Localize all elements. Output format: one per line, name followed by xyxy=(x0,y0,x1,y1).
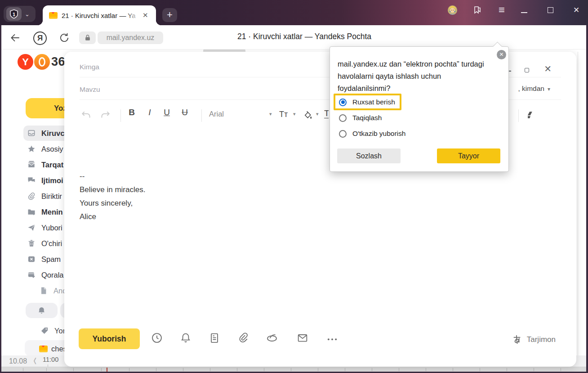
protocol-permission-dialog: ✕ mail.yandex.uz dan “elektron pochta” t… xyxy=(330,46,509,172)
refresh-button[interactable] xyxy=(58,32,70,44)
font-size-chevron-icon[interactable]: ▾ xyxy=(293,111,296,117)
sidebar-item-trash[interactable]: O'chiri xyxy=(23,236,62,251)
envelope-icon xyxy=(296,332,309,344)
send-button[interactable]: Yuborish xyxy=(79,328,140,349)
page-title: 21 · Kiruvchi xatlar — Yandeks Pochta xyxy=(204,32,405,41)
body-line[interactable]: Believe in miracles. xyxy=(80,183,145,197)
sidebar-item-drafts[interactable]: Qorala xyxy=(23,267,64,283)
window-minimize-button[interactable] xyxy=(520,0,529,20)
sidebar-item-my-folders[interactable]: Menin xyxy=(23,204,63,220)
attach-from-disk-button[interactable] xyxy=(266,332,279,345)
schedule-send-button[interactable] xyxy=(151,332,164,345)
sidebar-item-sent[interactable]: Yubori xyxy=(23,220,62,235)
sidebar-item-template[interactable]: And xyxy=(36,283,67,298)
font-family-chevron-icon[interactable]: ▾ xyxy=(269,111,272,117)
dialog-done-button[interactable]: Tayyor xyxy=(437,148,500,163)
sidebar-item-labels[interactable]: Yorl xyxy=(36,323,67,338)
bold-button[interactable]: B xyxy=(125,108,138,117)
yandex-mail-logo-y[interactable]: Y xyxy=(18,54,33,70)
translator-button[interactable]: Tarjimon xyxy=(512,334,556,345)
dialog-message: mail.yandex.uz dan “elektron pochta” tur… xyxy=(338,58,494,94)
timeline-current-marker xyxy=(107,368,107,372)
yandex-mail-logo-o-icon xyxy=(34,54,50,70)
body-line[interactable]: Alice xyxy=(80,210,96,224)
svg-text:1: 1 xyxy=(13,12,15,17)
browser-menu-icon[interactable]: ≡ xyxy=(496,0,507,20)
radio-option-block[interactable]: Taqiqlash xyxy=(339,112,382,123)
annotation-highlight-box xyxy=(334,94,401,110)
sidebar-item-social[interactable]: Ijtimoi xyxy=(23,173,63,188)
compose-expand-button[interactable] xyxy=(525,68,529,72)
document-icon xyxy=(39,286,48,295)
folder-icon xyxy=(27,207,36,216)
active-tab[interactable]: 21 · Kiruvchi xatlar — Ya ✕ xyxy=(43,5,156,25)
radio-icon[interactable] xyxy=(339,130,347,138)
font-family-select[interactable]: Arial xyxy=(209,110,224,118)
compose-close-button[interactable]: ✕ xyxy=(544,63,552,74)
new-tab-button[interactable]: + xyxy=(162,8,177,22)
back-button[interactable] xyxy=(9,32,21,44)
reminder-button[interactable] xyxy=(179,332,193,345)
redo-icon xyxy=(99,109,111,121)
dialog-close-button[interactable]: ✕ xyxy=(497,50,506,59)
font-size-select[interactable]: Tт xyxy=(279,110,288,119)
radio-option-skip[interactable]: O'tkazib yuborish xyxy=(339,128,405,139)
postcards-button[interactable] xyxy=(296,332,310,345)
fill-color-button[interactable] xyxy=(303,110,313,120)
redo-button[interactable] xyxy=(99,109,111,121)
strikethrough-button[interactable]: U xyxy=(178,108,192,117)
address-bar[interactable]: mail.yandex.uz xyxy=(98,31,163,44)
yandex-disk-icon xyxy=(266,332,278,344)
tag-icon xyxy=(40,326,49,335)
timeline-back-chevron-icon[interactable]: ❬ xyxy=(32,357,38,364)
templates-button[interactable] xyxy=(208,332,222,345)
timeline-scale[interactable] xyxy=(1,367,586,372)
tab-counter[interactable]: 1 ⌄ xyxy=(4,6,36,22)
tab-title: 21 · Kiruvchi xatlar — Ya xyxy=(62,12,142,19)
body-line[interactable]: Yours sincerely, xyxy=(80,197,133,210)
undo-button[interactable] xyxy=(80,109,92,121)
tab-bar: 1 ⌄ 21 · Kiruvchi xatlar — Ya ✕ + xyxy=(0,0,588,25)
radio-icon[interactable] xyxy=(339,114,347,122)
text-color-button[interactable]: T xyxy=(324,108,329,118)
page-scrollbar[interactable] xyxy=(578,52,578,355)
tab-counter-chevron-icon[interactable]: ⌄ xyxy=(22,11,33,18)
sidebar-item-attachments[interactable]: Biriktir xyxy=(23,189,62,204)
bookmarks-collections-icon[interactable] xyxy=(471,0,484,20)
window-close-button[interactable]: ✕ xyxy=(572,0,581,20)
clear-formatting-button[interactable] xyxy=(526,110,536,120)
fill-color-chevron-icon[interactable]: ▾ xyxy=(316,111,319,117)
more-options-button[interactable] xyxy=(326,335,339,349)
tab-close-icon[interactable]: ✕ xyxy=(143,11,148,19)
dialog-settings-button[interactable]: Sozlash xyxy=(337,148,401,163)
star-icon xyxy=(27,144,36,153)
to-field[interactable]: Kimga xyxy=(80,63,99,71)
bell-icon xyxy=(37,306,46,315)
cc-from-toggle[interactable]: , kimdan▾ xyxy=(518,85,550,93)
drafts-icon xyxy=(27,270,36,279)
chevron-down-icon: ▾ xyxy=(548,86,550,92)
site-security-badge[interactable] xyxy=(79,31,96,44)
browser-window: 1 ⌄ 21 · Kiruvchi xatlar — Ya ✕ + xyxy=(0,0,588,373)
underline-button[interactable]: U xyxy=(160,108,174,117)
subject-field[interactable]: Mavzu xyxy=(80,85,100,94)
window-maximize-button[interactable] xyxy=(546,0,554,20)
eraser-icon xyxy=(526,110,536,120)
paperclip-icon xyxy=(27,192,36,201)
tab-count-shield[interactable]: 1 xyxy=(6,7,22,21)
window-border xyxy=(0,25,1,373)
ellipsis-icon xyxy=(326,335,339,348)
italic-button[interactable]: I xyxy=(143,108,156,117)
profile-avatar[interactable] xyxy=(447,0,458,20)
inbox-icon xyxy=(27,129,36,138)
yandex-services-button[interactable]: Я xyxy=(33,31,47,45)
sidebar-item-newsletters[interactable]: Tarqat xyxy=(23,157,63,172)
bell-icon xyxy=(179,332,192,344)
sidebar-item-primary[interactable]: Asosiy xyxy=(23,141,63,157)
mailing-icon xyxy=(27,160,36,169)
arrow-left-icon xyxy=(9,32,21,44)
notifications-button[interactable] xyxy=(26,303,58,318)
attach-file-button[interactable] xyxy=(237,332,250,345)
sidebar-item-inbox[interactable]: Kiruvc xyxy=(23,126,64,141)
sidebar-item-spam[interactable]: Spam xyxy=(23,252,61,267)
